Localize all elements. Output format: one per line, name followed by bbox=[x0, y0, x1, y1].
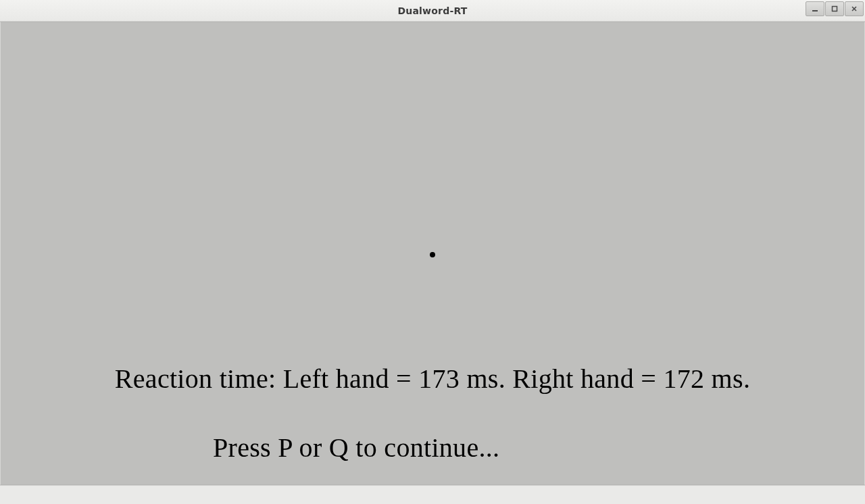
minimize-icon bbox=[812, 5, 818, 12]
experiment-stage[interactable]: Reaction time: Left hand = 173 ms. Right… bbox=[0, 22, 865, 485]
maximize-icon bbox=[831, 5, 838, 12]
window-controls bbox=[806, 1, 864, 16]
window-bottombar bbox=[0, 485, 865, 504]
fixation-dot-icon bbox=[430, 252, 435, 257]
svg-rect-0 bbox=[812, 10, 818, 11]
minimize-button[interactable] bbox=[806, 1, 824, 16]
close-icon bbox=[851, 5, 858, 12]
continue-prompt: Press P or Q to continue... bbox=[213, 432, 499, 463]
reaction-time-feedback: Reaction time: Left hand = 173 ms. Right… bbox=[1, 363, 864, 395]
svg-rect-1 bbox=[833, 7, 837, 11]
close-button[interactable] bbox=[845, 1, 864, 16]
window-title: Dualword-RT bbox=[397, 5, 467, 16]
window-titlebar: Dualword-RT bbox=[0, 0, 865, 22]
maximize-button[interactable] bbox=[825, 1, 844, 16]
